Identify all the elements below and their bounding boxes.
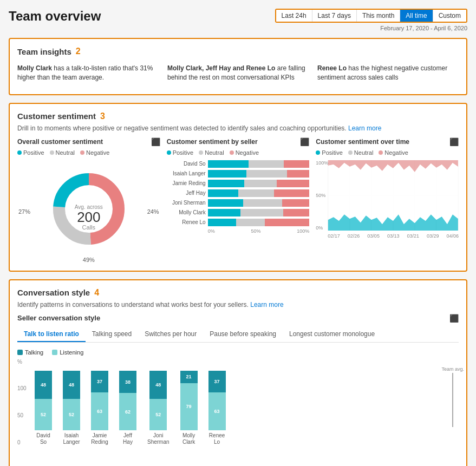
bar-jamie: 37 63 JamieReding bbox=[91, 371, 108, 445]
seller-legend: Positive Neutral Negative bbox=[167, 149, 310, 156]
date-range: February 17, 2020 - April 6, 2020 bbox=[380, 25, 467, 31]
seller-bars: David So Isaiah Langer Jamie Reding Jeff… bbox=[167, 160, 310, 226]
team-insights-title: Team insights 2 bbox=[17, 47, 459, 56]
bar-david: 48 52 DavidSo bbox=[35, 371, 52, 445]
copy-seller-icon[interactable]: ⬛ bbox=[300, 137, 309, 146]
conversation-style-section: Conversation style 4 Identify patterns i… bbox=[9, 279, 467, 466]
bar-chart-area: 48 52 DavidSo 48 52 IsaiahLanger 3 bbox=[35, 359, 459, 445]
by-seller-title: Customer sentiment by seller ⬛ bbox=[167, 137, 310, 146]
positive-dot bbox=[17, 150, 22, 155]
y-unit: % bbox=[17, 359, 27, 365]
copy-conv-icon[interactable]: ⬛ bbox=[449, 314, 459, 323]
conversation-style-title: Conversation style 4 bbox=[17, 288, 459, 298]
pct-27: 27% bbox=[18, 208, 30, 215]
over-time-chart: Customer sentiment over time ⬛ Positive … bbox=[316, 137, 459, 263]
team-avg-label: Team avg. bbox=[441, 366, 464, 372]
conv-y-axis: % 100 50 0 bbox=[17, 359, 27, 445]
filter-thismonth[interactable]: This month bbox=[357, 10, 400, 22]
insight-3: Renee Lo has the highest negative custom… bbox=[317, 64, 459, 82]
over-time-title: Customer sentiment over time ⬛ bbox=[316, 137, 459, 146]
team-insights-section: Team insights 2 Molly Clark has a talk-t… bbox=[9, 38, 467, 95]
tab-talking-speed[interactable]: Talking speed bbox=[86, 327, 138, 342]
time-y-axis: 100% 50% 0% bbox=[316, 160, 328, 231]
talking-legend-sq bbox=[17, 350, 23, 355]
copy-time-icon[interactable]: ⬛ bbox=[449, 137, 459, 146]
conversation-style-desc: Identify patterns in conversations to un… bbox=[17, 301, 459, 309]
neutral-dot bbox=[50, 150, 54, 155]
overall-chart-title: Overall customer sentiment ⬛ bbox=[17, 137, 160, 146]
time-legend: Positive Neutral Negative bbox=[316, 149, 459, 156]
learn-more-sentiment[interactable]: Learn more bbox=[348, 124, 381, 132]
seller-row-jamie: Jamie Reding bbox=[167, 180, 310, 187]
time-x-labels: 02/1702/2603/0503/1303/2103/2904/06 bbox=[328, 233, 459, 239]
learn-more-conv[interactable]: Learn more bbox=[250, 301, 283, 309]
insights-grid: Molly Clark has a talk-to-listen ratio t… bbox=[17, 60, 459, 87]
bar-isaiah: 48 52 IsaiahLanger bbox=[63, 371, 80, 445]
bar-joni: 48 52 JoniSherman bbox=[147, 371, 169, 445]
bar-molly: 21 79 MollyClark bbox=[180, 371, 198, 445]
team-avg-line bbox=[452, 373, 453, 427]
talking-legend-label: Talking bbox=[25, 349, 43, 356]
time-area-chart bbox=[328, 160, 459, 231]
filter-last24h[interactable]: Last 24h bbox=[276, 10, 312, 22]
pct-24: 24% bbox=[147, 208, 159, 215]
by-seller-chart: Customer sentiment by seller ⬛ Positive … bbox=[167, 137, 310, 263]
seller-row-isaiah: Isaiah Langer bbox=[167, 170, 310, 178]
copy-overall-icon[interactable]: ⬛ bbox=[151, 137, 160, 146]
filter-last7days[interactable]: Last 7 days bbox=[312, 10, 357, 22]
header-right: Last 24h Last 7 days This month All time… bbox=[275, 9, 467, 31]
filter-alltime[interactable]: All time bbox=[400, 10, 433, 22]
seller-conv-style-title: Seller conversation style bbox=[17, 314, 100, 322]
overall-sentiment-chart: Overall customer sentiment ⬛ Positive Ne… bbox=[17, 137, 160, 263]
tab-switches[interactable]: Switches per hour bbox=[138, 327, 203, 342]
seller-row-joni: Joni Sherman bbox=[167, 199, 310, 207]
tab-pause[interactable]: Pause before speaking bbox=[203, 327, 283, 342]
seller-axis-labels: 0%50%100% bbox=[167, 228, 310, 234]
listening-legend-label: Listening bbox=[60, 349, 83, 356]
charts-grid: Overall customer sentiment ⬛ Positive Ne… bbox=[17, 137, 459, 263]
tab-monologue[interactable]: Longest customer monologue bbox=[283, 327, 381, 342]
tab-talk-listen[interactable]: Talk to listen ratio bbox=[17, 327, 86, 342]
time-filter-group: Last 24h Last 7 days This month All time… bbox=[275, 9, 467, 23]
customer-sentiment-title: Customer sentiment 3 bbox=[17, 111, 459, 121]
bar-jeff: 38 62 JeffHay bbox=[119, 371, 136, 445]
seller-row-david: David So bbox=[167, 160, 310, 168]
customer-sentiment-desc: Drill in to moments where positive or ne… bbox=[17, 124, 459, 132]
seller-row-jeff: Jeff Hay bbox=[167, 189, 310, 197]
pct-49: 49% bbox=[83, 257, 95, 263]
bar-renee: 37 63 ReneeLo bbox=[208, 371, 226, 445]
insight-2: Molly Clark, Jeff Hay and Renee Lo are f… bbox=[167, 64, 309, 82]
negative-dot bbox=[80, 150, 84, 155]
filter-custom[interactable]: Custom bbox=[433, 10, 466, 22]
overall-legend: Positive Neutral Negative bbox=[17, 149, 160, 156]
seller-row-molly: Molly Clark bbox=[167, 209, 310, 216]
stacked-chart-wrapper: % 100 50 0 48 52 DavidSo 48 bbox=[17, 359, 459, 462]
bar-legend: Talking Listening bbox=[17, 349, 459, 356]
page-title: Team overview bbox=[9, 9, 101, 24]
insight-1: Molly Clark has a talk-to-listen ratio t… bbox=[17, 64, 159, 82]
seller-row-renee: Renee Lo bbox=[167, 219, 310, 226]
conversation-tabs: Talk to listen ratio Talking speed Switc… bbox=[17, 327, 459, 343]
customer-sentiment-section: Customer sentiment 3 Drill in to moments… bbox=[9, 103, 467, 272]
team-avg-container: Team avg. bbox=[441, 359, 464, 435]
call-count: 200 bbox=[75, 209, 103, 224]
listening-legend-sq bbox=[52, 350, 57, 355]
